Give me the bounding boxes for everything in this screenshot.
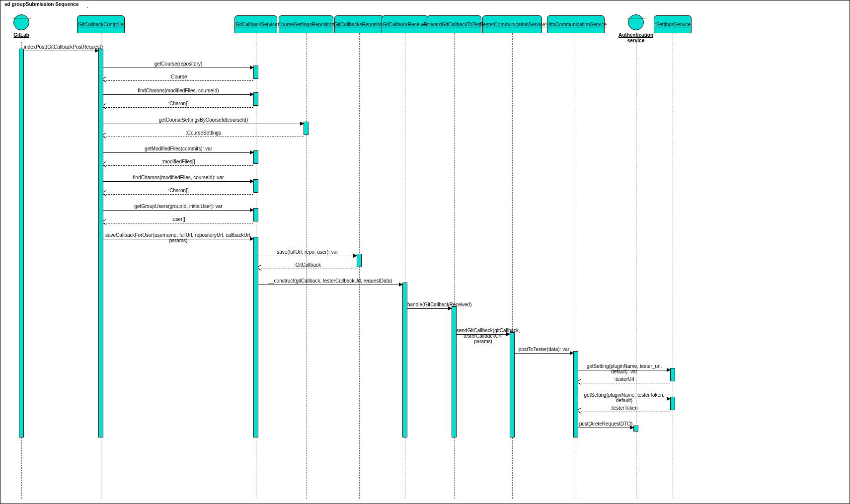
arrow-icon — [506, 332, 510, 336]
arrow-icon — [250, 208, 254, 212]
actor-icon — [628, 14, 644, 30]
message: findCharons(modifiedFiles, courseId): va… — [103, 176, 253, 183]
message-label: getSetting(pluginName, testerToken, defa… — [578, 392, 670, 403]
lifeline-line-ss — [673, 33, 673, 499]
activation-csr — [304, 122, 309, 135]
lifeline-gcc: :GitCallbackController — [77, 15, 125, 33]
lifeline-fwd: :ForwardGitCallbackToTester — [427, 15, 481, 33]
arrow-icon — [250, 179, 254, 183]
message-label: :CourseSettings — [103, 130, 304, 136]
message-label: sendGitCallback(gitCallback, testerCallb… — [457, 328, 510, 344]
arrow-icon — [258, 266, 262, 270]
message-label: getGroupUsers(groupId, initialUser): var — [103, 204, 253, 209]
activation-gcs — [253, 150, 258, 164]
arrow-icon — [630, 426, 634, 430]
message: getCourse(repository) — [103, 63, 253, 70]
message-label: :testerUrl — [578, 376, 670, 382]
message: handle(GitCallbackReceived) — [407, 303, 452, 310]
message: getSetting(pluginName, tester_url, defau… — [578, 365, 670, 372]
message: :Charon[] — [103, 102, 253, 109]
actor-label: Authentication service — [612, 32, 660, 43]
arrow-icon — [578, 380, 582, 384]
message: __construct(gitCallback, testerCallbackU… — [258, 280, 402, 287]
message-label: :Course — [103, 74, 253, 79]
lifeline-ss: :SettingsService — [654, 15, 692, 33]
activation-hcs — [573, 351, 578, 437]
message-label: getCourse(repository) — [103, 61, 253, 67]
message: :testerToken — [578, 407, 670, 414]
activation-tcs — [510, 332, 515, 437]
message: findCharons(modifiedFiles, courseId) — [103, 89, 253, 96]
activation-ss — [670, 368, 675, 381]
message: save(fullUrl, repo, user): var — [258, 251, 357, 258]
message-label: :user[] — [103, 216, 253, 222]
message: post(AreteRequestDTO) — [578, 423, 633, 430]
message-label: :GitCallback — [258, 262, 357, 268]
arrow-icon — [95, 49, 99, 53]
message-label: post(AreteRequestDTO) — [578, 421, 633, 427]
message-label: postToTester(data): var — [515, 347, 573, 352]
arrow-icon — [448, 306, 452, 310]
message-label: :modifiedFiles[] — [103, 159, 253, 164]
message-label: indexPost(GitCallbackPostRequest) — [24, 44, 98, 50]
lifeline-hcs: :HttpCommunicationService — [547, 15, 605, 33]
arrow-icon — [578, 409, 582, 413]
lifeline-gre: :GitCallbackReceived — [382, 15, 428, 33]
arrow-icon — [667, 368, 671, 372]
arrow-icon — [250, 237, 254, 241]
message-label: getModifiedFiles(commits): var — [103, 146, 253, 151]
message: indexPost(GitCallbackPostRequest) — [24, 46, 98, 53]
arrow-icon — [250, 92, 254, 96]
activation-gcs — [253, 208, 258, 221]
arrow-icon — [250, 150, 254, 154]
activation-gcs — [253, 92, 258, 106]
message: postToTester(data): var — [515, 348, 573, 355]
lifeline-gcr: :GitCallbacksRepository — [334, 15, 384, 33]
message: getSetting(pluginName, testerToken, defa… — [578, 394, 670, 401]
message: :modifiedFiles[] — [103, 160, 253, 167]
arrow-icon — [103, 162, 107, 166]
message: :user[] — [103, 218, 253, 225]
message-label: findCharons(modifiedFiles, courseId): va… — [103, 175, 253, 180]
diagram-title: sd groupSubmission Sequence — [0, 0, 88, 8]
activation-ss — [670, 397, 675, 410]
activation-gcr — [357, 254, 362, 267]
actor-icon — [13, 14, 29, 30]
message-label: :Charon[] — [103, 101, 253, 106]
sequence-diagram-frame: sd groupSubmission Sequence GitLab:GitCa… — [0, 0, 850, 504]
arrow-icon — [667, 397, 671, 401]
message: :CourseSettings — [103, 132, 304, 139]
message: getGroupUsers(groupId, initialUser): var — [103, 205, 253, 212]
arrow-icon — [103, 220, 107, 224]
message-label: :testerToken — [578, 405, 670, 411]
message: :Charon[] — [103, 189, 253, 196]
lifeline-tcs: :TesterCommunicationService — [482, 15, 542, 33]
message: :Course — [103, 75, 253, 82]
arrow-icon — [103, 77, 107, 81]
message-label: save(fullUrl, repo, user): var — [258, 249, 357, 255]
message-label: handle(GitCallbackReceived) — [407, 302, 452, 307]
activation-fwd — [452, 306, 457, 437]
message-label: getCourseSettingsByCourseId(courseId) — [103, 117, 304, 123]
message-label: findCharons(modifiedFiles, courseId) — [103, 88, 253, 93]
message-label: getSetting(pluginName, tester_url, defau… — [578, 363, 670, 374]
arrow-icon — [103, 191, 107, 195]
arrow-icon — [103, 134, 107, 138]
activation-gitlab — [19, 49, 24, 437]
arrow-icon — [250, 66, 254, 70]
arrow-icon — [103, 104, 107, 108]
arrow-icon — [399, 283, 403, 287]
message: sendGitCallback(gitCallback, testerCallb… — [457, 329, 510, 336]
arrow-icon — [353, 254, 357, 258]
message: getModifiedFiles(commits): var — [103, 147, 253, 154]
activation-gre — [402, 283, 407, 437]
lifeline-gcs: :GitCallbackService — [234, 15, 277, 33]
activation-auth — [633, 426, 638, 432]
arrow-icon — [570, 351, 574, 355]
message-label: :Charon[] — [103, 188, 253, 193]
message-label: saveCallbackForUser(username, fullUrl, r… — [103, 232, 253, 243]
activation-gcs — [253, 179, 258, 193]
actor-gitlab: GitLab — [0, 14, 45, 38]
message: saveCallbackForUser(username, fullUrl, r… — [103, 234, 253, 241]
message: getCourseSettingsByCourseId(courseId) — [103, 119, 304, 126]
